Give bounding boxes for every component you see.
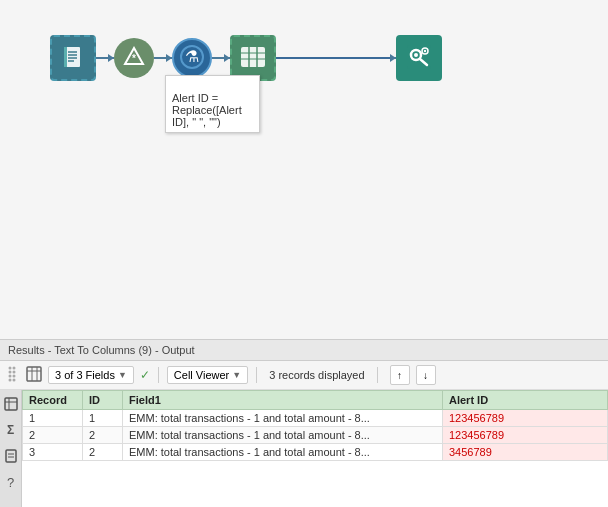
cell-id: 1 — [83, 410, 123, 427]
svg-rect-36 — [6, 450, 16, 462]
svg-point-28 — [13, 378, 16, 381]
page-icon[interactable] — [0, 445, 22, 467]
svg-point-22 — [13, 366, 16, 369]
node-browse[interactable] — [396, 35, 442, 81]
svg-rect-29 — [27, 367, 41, 381]
cell-alertid: 123456789 — [443, 410, 608, 427]
col-header-field1: Field1 — [123, 391, 443, 410]
cell-field1: EMM: total transactions - 1 and total am… — [123, 410, 443, 427]
connector-2 — [154, 57, 172, 59]
filter-icon: * — [123, 46, 145, 71]
svg-point-26 — [13, 374, 16, 377]
svg-point-25 — [9, 374, 12, 377]
fields-dropdown[interactable]: 3 of 3 Fields ▼ — [48, 366, 134, 384]
cell-record: 2 — [23, 427, 83, 444]
grip-handle — [8, 366, 16, 385]
cell-id: 2 — [83, 444, 123, 461]
node-formula[interactable]: ⚗ — [172, 38, 212, 78]
svg-point-27 — [9, 378, 12, 381]
connector-long — [276, 57, 396, 59]
data-table: Record ID Field1 Alert ID 11EMM: total t… — [22, 390, 608, 461]
node-filter[interactable]: * — [114, 38, 154, 78]
svg-point-20 — [424, 49, 426, 51]
table-view-icon[interactable] — [0, 393, 22, 415]
cell-field1: EMM: total transactions - 1 and total am… — [123, 427, 443, 444]
cell-record: 1 — [23, 410, 83, 427]
workflow-canvas: * ⚗ — [0, 0, 608, 340]
svg-rect-10 — [241, 47, 265, 67]
svg-point-23 — [9, 370, 12, 373]
svg-point-24 — [13, 370, 16, 373]
data-table-wrapper: Record ID Field1 Alert ID 11EMM: total t… — [22, 390, 608, 507]
svg-rect-33 — [5, 398, 17, 410]
formula-icon: ⚗ — [180, 45, 204, 72]
cell-id: 2 — [83, 427, 123, 444]
cell-alertid: 3456789 — [443, 444, 608, 461]
cell-viewer-arrow: ▼ — [232, 370, 241, 380]
svg-text:⚗: ⚗ — [185, 48, 199, 65]
tooltip-text: Alert ID = Replace([Alert ID], " ", "") — [172, 92, 242, 128]
scroll-up-button[interactable]: ↑ — [390, 365, 410, 385]
connector-1 — [96, 57, 114, 59]
cell-alertid: 123456789 — [443, 427, 608, 444]
table-row[interactable]: 22EMM: total transactions - 1 and total … — [23, 427, 608, 444]
svg-rect-1 — [64, 47, 67, 67]
col-header-id: ID — [83, 391, 123, 410]
cell-viewer-label: Cell Viewer — [174, 369, 229, 381]
left-icon-panel: Σ ? — [0, 390, 22, 507]
table-row[interactable]: 32EMM: total transactions - 1 and total … — [23, 444, 608, 461]
col-header-alertid: Alert ID — [443, 391, 608, 410]
toolbar-separator-1 — [158, 367, 159, 383]
svg-text:*: * — [132, 53, 136, 64]
output-panel: Results - Text To Columns (9) - Output — [0, 340, 608, 507]
fields-dropdown-arrow: ▼ — [118, 370, 127, 380]
sigma-icon[interactable]: Σ — [0, 419, 22, 441]
table-icon — [26, 366, 42, 385]
col-header-record: Record — [23, 391, 83, 410]
textcols-icon — [239, 43, 267, 74]
toolbar-separator-3 — [377, 367, 378, 383]
cell-viewer-dropdown[interactable]: Cell Viewer ▼ — [167, 366, 248, 384]
cell-record: 3 — [23, 444, 83, 461]
fields-label: 3 of 3 Fields — [55, 369, 115, 381]
output-header: Results - Text To Columns (9) - Output — [0, 340, 608, 361]
browse-icon — [405, 43, 433, 74]
formula-tooltip: Alert ID = Replace([Alert ID], " ", "") — [165, 75, 260, 133]
svg-point-21 — [9, 366, 12, 369]
cell-field1: EMM: total transactions - 1 and total am… — [123, 444, 443, 461]
output-title: Results - Text To Columns (9) - Output — [8, 344, 195, 356]
records-count: 3 records displayed — [269, 369, 364, 381]
question-icon[interactable]: ? — [0, 471, 22, 493]
svg-point-17 — [414, 53, 418, 57]
book-icon — [60, 44, 86, 73]
table-row[interactable]: 11EMM: total transactions - 1 and total … — [23, 410, 608, 427]
toolbar-separator-2 — [256, 367, 257, 383]
scroll-down-button[interactable]: ↓ — [416, 365, 436, 385]
connector-3 — [212, 57, 230, 59]
checkmark-icon: ✓ — [140, 368, 150, 382]
node-input[interactable] — [50, 35, 96, 81]
results-toolbar: 3 of 3 Fields ▼ ✓ Cell Viewer ▼ 3 record… — [0, 361, 608, 390]
